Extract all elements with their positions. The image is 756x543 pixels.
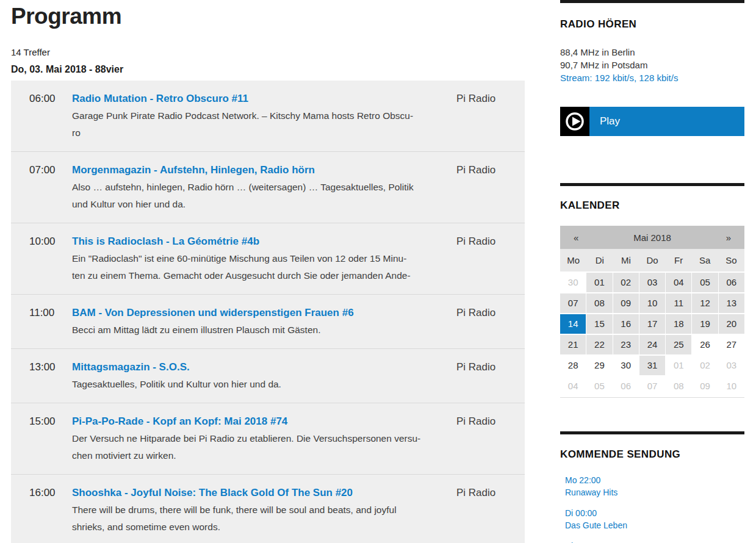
upcoming-show-link[interactable]: Di 00:00 Das Gute Leben: [565, 507, 744, 531]
calendar-day-cell[interactable]: 25: [666, 335, 691, 354]
calendar-day-cell[interactable]: 07: [560, 293, 586, 313]
program-time: 10:00: [29, 233, 72, 284]
calendar-day-cell[interactable]: 29: [586, 356, 612, 375]
calendar-day-cell[interactable]: 30: [613, 356, 639, 375]
calendar-day-cell[interactable]: 20: [719, 314, 744, 334]
calendar-day-cell[interactable]: 09: [692, 376, 718, 396]
program-entry: Morgenmagazin - Aufstehn, Hinlegen, Radi…: [72, 162, 456, 213]
upcoming-show-title: Das Gute Leben: [565, 519, 744, 531]
calendar-day-cell[interactable]: 21: [560, 335, 586, 354]
calendar-day-cell[interactable]: 10: [639, 293, 665, 313]
calendar-day-cell[interactable]: 07: [639, 376, 665, 396]
calendar-weekday-label: Mi: [613, 249, 639, 272]
play-button[interactable]: Play: [560, 107, 744, 136]
program-station: Pi Radio: [456, 359, 525, 393]
program-title-link[interactable]: Morgenmagazin - Aufstehn, Hinlegen, Radi…: [72, 162, 456, 179]
calendar-day-cell[interactable]: 28: [560, 356, 586, 375]
calendar-day-cell[interactable]: 02: [613, 273, 639, 292]
calendar-day-cell[interactable]: 05: [586, 376, 612, 396]
stream-link-128[interactable]: 128 kbit/s: [639, 73, 678, 83]
calendar-day-cell[interactable]: 26: [692, 335, 718, 354]
calendar-day-cell[interactable]: 13: [719, 293, 744, 313]
frequency-berlin: 88,4 MHz in Berlin: [560, 46, 744, 59]
calendar-month-label: Mai 2018: [578, 232, 725, 243]
upcoming-show-time: Di 01:00: [565, 540, 744, 543]
calendar-heading: KALENDER: [560, 200, 744, 212]
calendar-prev-button[interactable]: «: [560, 232, 578, 243]
calendar-day-cell[interactable]: 04: [560, 376, 586, 396]
calendar-weekday-label: Do: [639, 249, 665, 272]
calendar-weekday-label: Fr: [666, 249, 692, 272]
program-time: 16:00: [29, 484, 72, 536]
calendar-grid: 3001020304050607080910111213141516171819…: [560, 273, 744, 396]
calendar-weekday-row: MoDiMiDoFrSaSo: [560, 249, 744, 272]
calendar-day-cell[interactable]: 01: [666, 356, 691, 375]
play-button-label: Play: [589, 107, 744, 136]
upcoming-show-link[interactable]: Mo 22:00 Runaway Hits: [565, 474, 744, 498]
program-row: 16:00 Shooshka - Joyful Noise: The Black…: [11, 474, 525, 543]
calendar-day-cell[interactable]: 06: [719, 273, 744, 292]
program-row: 10:00 This is Radioclash - La Géométrie …: [11, 223, 525, 294]
program-description: Also … aufstehn, hinlegen, Radio hörn … …: [72, 179, 456, 213]
calendar-day-cell[interactable]: 11: [666, 293, 691, 313]
upcoming-show-time: Di 00:00: [565, 507, 744, 519]
frequency-potsdam: 90,7 MHz in Potsdam: [560, 59, 744, 71]
calendar-day-cell[interactable]: 04: [666, 273, 691, 292]
program-station: Pi Radio: [456, 233, 525, 284]
program-title-link[interactable]: Radio Mutation - Retro Obscuro #11: [72, 90, 456, 107]
program-title-link[interactable]: Shooshka - Joyful Noise: The Black Gold …: [72, 484, 456, 502]
program-title-link[interactable]: This is Radioclash - La Géométrie #4b: [72, 233, 456, 250]
stream-link-192[interactable]: Stream: 192 kbit/s: [560, 73, 634, 83]
calendar-day-cell[interactable]: 31: [639, 356, 665, 375]
calendar-day-cell[interactable]: 18: [666, 314, 691, 334]
calendar-day-cell[interactable]: 09: [613, 293, 639, 313]
program-entry: Mittagsmagazin - S.O.S. Tagesaktuelles, …: [72, 359, 456, 393]
calendar-next-button[interactable]: »: [726, 232, 744, 243]
calendar-day-cell[interactable]: 30: [560, 273, 586, 292]
program-description: Der Versuch ne Hitparade bei Pi Radio zu…: [72, 430, 456, 464]
upcoming-show-title: Runaway Hits: [565, 486, 744, 498]
program-title-link[interactable]: Pi-Pa-Po-Rade - Kopf an Kopf: Mai 2018 #…: [72, 413, 456, 430]
calendar-day-cell[interactable]: 22: [586, 335, 612, 354]
section-divider: [560, 183, 744, 186]
calendar-day-cell[interactable]: 27: [719, 335, 744, 354]
program-time: 06:00: [29, 90, 72, 142]
calendar-day-cell[interactable]: 05: [692, 273, 718, 292]
program-entry: BAM - Von Depressionen und widerspenstig…: [72, 304, 456, 339]
date-heading: Do, 03. Mai 2018 - 88vier: [11, 64, 525, 75]
program-description: Becci am Mittag lädt zu einem illustren …: [72, 322, 456, 339]
calendar-day-cell[interactable]: 15: [586, 314, 612, 334]
upcoming-show-link[interactable]: Di 01:00 88vier: [565, 540, 744, 543]
calendar-weekday-label: Sa: [692, 249, 718, 272]
calendar-day-cell[interactable]: 16: [613, 314, 639, 334]
calendar-day-cell[interactable]: 06: [613, 376, 639, 396]
radio-listen-heading: RADIO HÖREN: [560, 18, 744, 31]
program-description: Tagesaktuelles, Politik und Kultur von h…: [72, 376, 456, 393]
program-time: 13:00: [29, 359, 72, 393]
calendar-day-cell[interactable]: 01: [586, 273, 612, 292]
calendar-day-cell[interactable]: 02: [692, 356, 718, 375]
calendar-day-cell[interactable]: 12: [692, 293, 718, 313]
calendar-weekday-label: Di: [586, 249, 613, 272]
program-time: 15:00: [29, 413, 72, 464]
calendar-day-cell[interactable]: 08: [586, 293, 612, 313]
calendar-day-cell[interactable]: 10: [719, 376, 744, 396]
calendar-day-cell[interactable]: 03: [639, 273, 665, 292]
section-divider: [560, 431, 744, 434]
program-description: Ein "Radioclash" ist eine 60-minütige Mi…: [72, 250, 456, 284]
program-row: 15:00 Pi-Pa-Po-Rade - Kopf an Kopf: Mai …: [11, 403, 525, 474]
stream-line: Stream: 192 kbit/s, 128 kbit/s: [560, 71, 744, 84]
program-title-link[interactable]: Mittagsmagazin - S.O.S.: [72, 359, 456, 376]
calendar-day-cell[interactable]: 17: [639, 314, 665, 334]
program-row: 13:00 Mittagsmagazin - S.O.S. Tagesaktue…: [11, 348, 525, 403]
calendar-day-cell[interactable]: 08: [666, 376, 691, 396]
stream-separator: ,: [634, 73, 639, 83]
calendar-nav: « Mai 2018 »: [560, 226, 744, 249]
calendar-day-cell[interactable]: 19: [692, 314, 718, 334]
page-title: Programm: [11, 4, 525, 29]
calendar-day-cell[interactable]: 14: [560, 314, 586, 334]
calendar-day-cell[interactable]: 03: [719, 356, 744, 375]
calendar-day-cell[interactable]: 24: [639, 335, 665, 354]
program-title-link[interactable]: BAM - Von Depressionen und widerspenstig…: [72, 304, 456, 322]
calendar-day-cell[interactable]: 23: [613, 335, 639, 354]
